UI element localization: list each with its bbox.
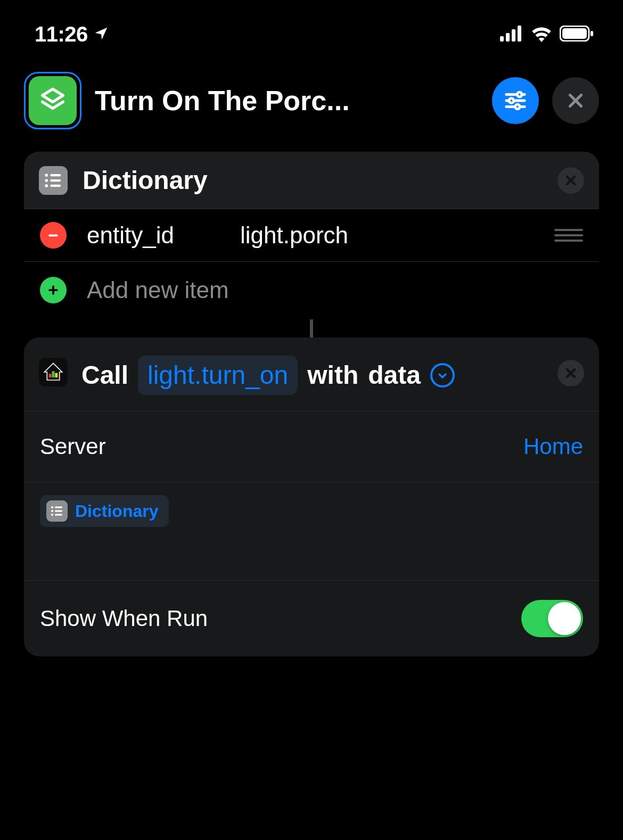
- svg-point-15: [45, 174, 48, 177]
- svg-rect-23: [48, 234, 58, 236]
- wifi-icon: [530, 25, 553, 44]
- svg-rect-27: [52, 371, 55, 377]
- action-header[interactable]: Call light.turn_on with data: [24, 337, 599, 411]
- home-assistant-icon: [39, 358, 68, 386]
- delete-action-button[interactable]: [558, 360, 584, 386]
- show-when-run-label: Show When Run: [40, 606, 208, 631]
- svg-rect-36: [55, 514, 62, 516]
- server-row[interactable]: Server Home: [24, 411, 599, 482]
- drag-handle-icon[interactable]: [554, 229, 583, 242]
- delete-action-button[interactable]: [558, 167, 584, 194]
- status-right: [500, 25, 594, 44]
- cellular-icon: [500, 26, 523, 44]
- service-parameter[interactable]: light.turn_on: [138, 356, 298, 395]
- dictionary-variable-chip[interactable]: Dictionary: [40, 495, 169, 527]
- svg-rect-20: [50, 184, 61, 186]
- list-icon: [39, 166, 68, 195]
- svg-rect-18: [50, 179, 61, 181]
- svg-rect-2: [512, 29, 515, 42]
- entry-value[interactable]: light.porch: [240, 222, 534, 249]
- server-label: Server: [40, 434, 106, 459]
- svg-point-10: [517, 92, 522, 97]
- battery-icon: [560, 26, 594, 44]
- chip-label: Dictionary: [75, 501, 158, 521]
- collapse-button[interactable]: [430, 363, 455, 388]
- location-icon: [93, 26, 109, 44]
- svg-rect-34: [55, 510, 62, 512]
- settings-button[interactable]: [492, 77, 539, 124]
- status-time: 11:26: [35, 22, 88, 46]
- svg-rect-25: [48, 289, 58, 291]
- svg-point-11: [509, 98, 514, 103]
- svg-rect-5: [562, 28, 587, 39]
- server-value[interactable]: Home: [523, 434, 583, 459]
- entry-key[interactable]: entity_id: [87, 222, 220, 249]
- action-title: Dictionary: [83, 166, 543, 195]
- call-prefix: Call: [81, 356, 128, 395]
- action-title: Call light.turn_on with data: [81, 356, 544, 395]
- dictionary-action: Dictionary entity_id light.porch: [24, 152, 599, 319]
- show-when-run-toggle[interactable]: [521, 600, 583, 637]
- svg-rect-3: [518, 26, 521, 42]
- svg-point-17: [45, 179, 48, 182]
- svg-rect-16: [50, 174, 61, 176]
- svg-rect-0: [500, 36, 504, 42]
- svg-point-33: [51, 510, 53, 512]
- add-entry-label: Add new item: [87, 277, 229, 303]
- svg-point-35: [51, 514, 53, 516]
- editor-header: Turn On The Porc...: [0, 51, 623, 152]
- data-text: data: [368, 356, 421, 395]
- svg-point-12: [515, 104, 520, 109]
- call-service-action: Call light.turn_on with data Server Hom: [24, 337, 599, 656]
- dictionary-entry[interactable]: entity_id light.porch: [24, 209, 599, 261]
- add-entry-button[interactable]: [40, 277, 67, 303]
- shortcut-title[interactable]: Turn On The Porc...: [95, 85, 479, 117]
- close-button[interactable]: [552, 77, 599, 124]
- payload-row[interactable]: Dictionary: [24, 482, 599, 580]
- svg-rect-28: [55, 373, 58, 377]
- svg-point-19: [45, 184, 48, 187]
- svg-rect-1: [506, 33, 510, 42]
- with-text: with: [307, 356, 358, 395]
- add-entry-row[interactable]: Add new item: [24, 261, 599, 319]
- svg-point-31: [51, 506, 53, 508]
- show-when-run-row: Show When Run: [24, 580, 599, 656]
- list-icon: [46, 500, 68, 522]
- status-bar: 11:26: [0, 0, 623, 51]
- svg-rect-26: [49, 374, 52, 377]
- svg-rect-32: [55, 507, 62, 508]
- status-left: 11:26: [35, 22, 109, 46]
- shortcut-icon[interactable]: [24, 72, 81, 129]
- action-connector: [310, 319, 313, 337]
- action-header[interactable]: Dictionary: [24, 152, 599, 209]
- remove-entry-button[interactable]: [40, 222, 67, 249]
- svg-rect-6: [591, 31, 593, 36]
